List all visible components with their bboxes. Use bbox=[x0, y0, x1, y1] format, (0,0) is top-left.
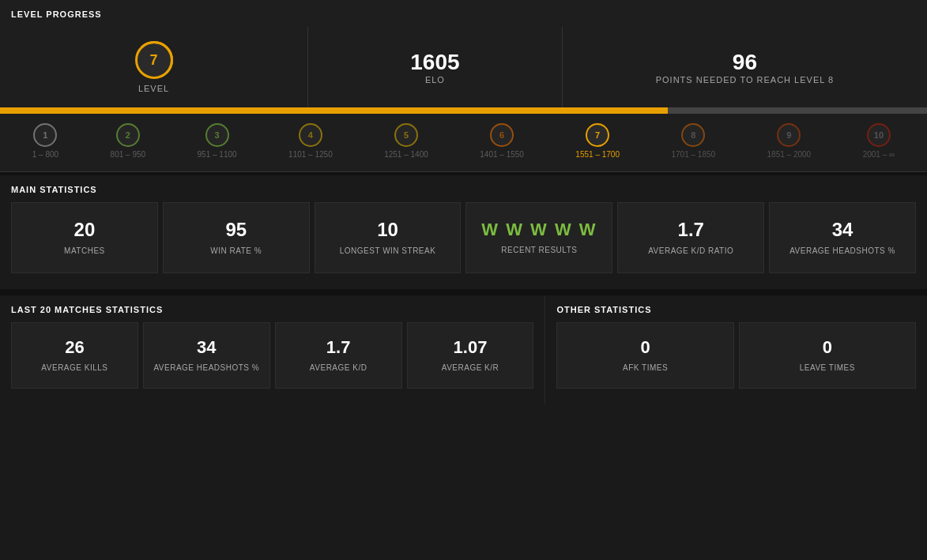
tick-range-lvl1: 1 – 800 bbox=[32, 150, 58, 159]
elo-value: 1605 bbox=[410, 50, 459, 75]
main-stats-grid: 20 MATCHES 95 WIN RATE % 10 LONGEST WIN … bbox=[0, 202, 927, 273]
last20-label-2: AVERAGE K/D bbox=[310, 363, 367, 374]
stat-value-2: 10 bbox=[377, 219, 398, 241]
level-progress-header: 7 LEVEL 1605 ELO 96 POINTS NEEDED TO REA… bbox=[0, 27, 927, 107]
stat-label-4: AVERAGE K/D RATIO bbox=[648, 246, 733, 257]
other-value-1: 0 bbox=[823, 337, 832, 358]
main-stat-card-5: 34 AVERAGE HEADSHOTS % bbox=[769, 202, 916, 273]
last20-label-0: AVERAGE KILLS bbox=[41, 363, 107, 374]
stat-label-5: AVERAGE HEADSHOTS % bbox=[789, 246, 895, 257]
points-label: POINTS NEEDED TO REACH LEVEL 8 bbox=[656, 75, 834, 85]
main-stat-card-0: 20 MATCHES bbox=[11, 202, 158, 273]
tick-range-lvl2: 801 – 950 bbox=[111, 150, 146, 159]
progress-bar-container bbox=[0, 107, 927, 114]
tick-range-lvl8: 1701 – 1850 bbox=[671, 150, 715, 159]
level-tick-lvl3: 3 951 – 1100 bbox=[198, 123, 237, 159]
last20-value-0: 26 bbox=[65, 337, 84, 358]
recent-results-value: W W W W W bbox=[481, 220, 597, 240]
tick-circle-lvl3: 3 bbox=[205, 123, 229, 147]
other-stats-grid: 0 AFK TIMES 0 LEAVE TIMES bbox=[545, 322, 927, 389]
last20-label-3: AVERAGE K/R bbox=[442, 363, 499, 374]
tick-range-lvl5: 1251 – 1400 bbox=[384, 150, 428, 159]
tick-range-lvl7: 1551 – 1700 bbox=[575, 150, 620, 159]
other-value-0: 0 bbox=[640, 337, 650, 358]
level-badge: 7 bbox=[135, 41, 173, 79]
other-stats-title: OTHER STATISTICS bbox=[556, 305, 916, 314]
tick-circle-lvl8: 8 bbox=[681, 123, 705, 147]
last20-value-1: 34 bbox=[197, 337, 216, 358]
tick-circle-lvl4: 4 bbox=[299, 123, 322, 147]
level-tick-lvl4: 4 1101 – 1250 bbox=[288, 123, 333, 159]
recent-results-label: RECENT RESULTS bbox=[501, 245, 577, 256]
points-value: 96 bbox=[733, 50, 757, 75]
main-stat-card-4: 1.7 AVERAGE K/D RATIO bbox=[617, 202, 764, 273]
stat-value-5: 34 bbox=[832, 219, 854, 241]
tick-circle-lvl5: 5 bbox=[394, 123, 418, 147]
last20-title: LAST 20 MATCHES STATISTICS bbox=[11, 305, 533, 314]
tick-circle-lvl10: 10 bbox=[867, 123, 891, 147]
stat-label-1: WIN RATE % bbox=[210, 246, 262, 257]
stat-value-1: 95 bbox=[225, 219, 247, 241]
tick-range-lvl6: 1401 – 1550 bbox=[480, 150, 524, 159]
stat-value-4: 1.7 bbox=[678, 219, 704, 241]
points-box: 96 POINTS NEEDED TO REACH LEVEL 8 bbox=[563, 27, 927, 107]
last20-stat-card-3: 1.07 AVERAGE K/R bbox=[407, 322, 534, 389]
last20-stats-grid: 26 AVERAGE KILLS 34 AVERAGE HEADSHOTS % … bbox=[0, 322, 545, 389]
tick-range-lvl9: 1851 – 2000 bbox=[767, 150, 812, 159]
other-label-1: LEAVE TIMES bbox=[800, 363, 855, 374]
level-label: LEVEL bbox=[138, 84, 169, 93]
main-stat-card-2: 10 LONGEST WIN STREAK bbox=[315, 202, 462, 273]
last20-value-3: 1.07 bbox=[454, 337, 488, 358]
elo-box: 1605 ELO bbox=[308, 27, 563, 107]
level-tick-lvl2: 2 801 – 950 bbox=[111, 123, 146, 159]
stat-label-0: MATCHES bbox=[64, 246, 105, 257]
level-tick-lvl7: 7 1551 – 1700 bbox=[575, 123, 620, 159]
level-tick-lvl6: 6 1401 – 1550 bbox=[480, 123, 524, 159]
level-tick-lvl10: 10 2001 – ∞ bbox=[863, 123, 895, 159]
last20-section: LAST 20 MATCHES STATISTICS 26 AVERAGE KI… bbox=[0, 295, 545, 404]
main-stats-section: MAIN STATISTICS 20 MATCHES 95 WIN RATE %… bbox=[0, 175, 927, 292]
other-stat-card-1: 0 LEAVE TIMES bbox=[739, 322, 916, 389]
last20-label-1: AVERAGE HEADSHOTS % bbox=[153, 363, 259, 374]
tick-circle-lvl2: 2 bbox=[116, 123, 140, 147]
other-stat-card-0: 0 AFK TIMES bbox=[556, 322, 733, 389]
level-tick-lvl9: 9 1851 – 2000 bbox=[767, 123, 812, 159]
level-progress-section: LEVEL PROGRESS 7 LEVEL 1605 ELO 96 POINT… bbox=[0, 0, 927, 172]
level-tick-lvl1: 1 1 – 800 bbox=[32, 123, 58, 159]
bottom-section: LAST 20 MATCHES STATISTICS 26 AVERAGE KI… bbox=[0, 295, 927, 404]
tick-circle-lvl1: 1 bbox=[33, 123, 57, 147]
stat-value-0: 20 bbox=[74, 219, 96, 241]
elo-label: ELO bbox=[425, 75, 445, 85]
tick-range-lvl4: 1101 – 1250 bbox=[288, 150, 333, 159]
progress-bar-fill bbox=[0, 107, 668, 114]
main-stats-title: MAIN STATISTICS bbox=[11, 185, 916, 194]
level-tick-lvl5: 5 1251 – 1400 bbox=[384, 123, 428, 159]
stat-label-2: LONGEST WIN STREAK bbox=[340, 246, 436, 257]
tick-range-lvl10: 2001 – ∞ bbox=[863, 150, 895, 159]
last20-value-2: 1.7 bbox=[326, 337, 351, 358]
level-tick-lvl8: 8 1701 – 1850 bbox=[671, 123, 715, 159]
tick-range-lvl3: 951 – 1100 bbox=[198, 150, 237, 159]
tick-circle-lvl6: 6 bbox=[490, 123, 514, 147]
main-stat-card-1: 95 WIN RATE % bbox=[163, 202, 310, 273]
last20-stat-card-1: 34 AVERAGE HEADSHOTS % bbox=[143, 322, 270, 389]
level-ticks: 1 1 – 800 2 801 – 950 3 951 – 1100 4 110… bbox=[0, 114, 927, 171]
level-box: 7 LEVEL bbox=[0, 27, 308, 107]
level-progress-title: LEVEL PROGRESS bbox=[11, 9, 916, 19]
main-stat-card-3: W W W W W RECENT RESULTS bbox=[465, 202, 612, 273]
other-label-0: AFK TIMES bbox=[623, 363, 668, 374]
level-number: 7 bbox=[149, 52, 157, 69]
tick-circle-lvl9: 9 bbox=[777, 123, 801, 147]
last20-stat-card-0: 26 AVERAGE KILLS bbox=[11, 322, 138, 389]
tick-circle-lvl7: 7 bbox=[586, 123, 609, 147]
other-stats-section: OTHER STATISTICS 0 AFK TIMES 0 LEAVE TIM… bbox=[545, 295, 927, 404]
last20-stat-card-2: 1.7 AVERAGE K/D bbox=[275, 322, 402, 389]
